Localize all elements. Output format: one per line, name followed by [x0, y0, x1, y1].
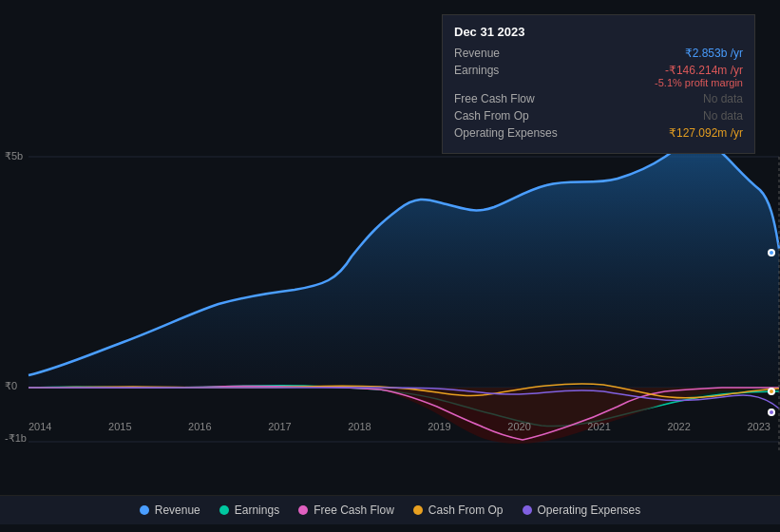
legend-item-revenue[interactable]: Revenue — [140, 504, 200, 517]
y-label-5b: ₹5b — [5, 150, 23, 162]
legend-item-earnings[interactable]: Earnings — [219, 504, 279, 517]
x-label-2015: 2015 — [108, 421, 131, 432]
x-label-2014: 2014 — [29, 421, 51, 432]
x-axis-labels: 2014 2015 2016 2017 2018 2019 2020 2021 … — [29, 421, 770, 432]
legend-label-cashfromop: Cash From Op — [428, 504, 504, 517]
tooltip-row-cashfromop: Cash From Op No data — [454, 109, 743, 123]
x-label-2023: 2023 — [747, 421, 770, 432]
x-label-2022: 2022 — [667, 421, 690, 432]
tooltip-box: Dec 31 2023 Revenue ₹2.853b /yr Earnings… — [442, 14, 755, 154]
tooltip-value-earnings: -₹146.214m /yr — [559, 64, 743, 77]
revenue-dot — [768, 249, 775, 256]
legend-dot-earnings — [219, 505, 229, 515]
legend-item-cashfromop[interactable]: Cash From Op — [413, 504, 504, 517]
x-label-2019: 2019 — [428, 421, 450, 432]
x-label-2020: 2020 — [507, 421, 530, 432]
legend-item-fcf[interactable]: Free Cash Flow — [298, 504, 394, 517]
legend-item-opex[interactable]: Operating Expenses — [523, 504, 641, 517]
y-label-neg1b: -₹1b — [5, 432, 27, 445]
legend-label-revenue: Revenue — [155, 504, 200, 517]
tooltip-value-fcf: No data — [559, 92, 743, 105]
tooltip-row-opex: Operating Expenses ₹127.092m /yr — [454, 126, 743, 140]
tooltip-row-fcf: Free Cash Flow No data — [454, 92, 743, 105]
tooltip-row-earnings: Earnings -₹146.214m /yr -5.1% profit mar… — [454, 64, 743, 88]
tooltip-label-cashfromop: Cash From Op — [454, 109, 559, 123]
x-label-2018: 2018 — [348, 421, 371, 432]
tooltip-label-revenue: Revenue — [454, 47, 559, 60]
y-label-0: ₹0 — [5, 380, 17, 392]
legend-label-earnings: Earnings — [235, 504, 279, 517]
cashfromop-dot — [768, 388, 775, 395]
legend-dot-revenue — [140, 505, 149, 515]
x-label-2016: 2016 — [188, 421, 211, 432]
tooltip-value-cashfromop: No data — [559, 109, 743, 123]
legend-dot-fcf — [298, 505, 308, 515]
legend-dot-opex — [523, 505, 532, 515]
tooltip-value-opex: ₹127.092m /yr — [559, 126, 743, 140]
tooltip-value-revenue: ₹2.853b /yr — [559, 47, 743, 60]
x-label-2017: 2017 — [268, 421, 291, 432]
chart-area: ₹5b ₹0 -₹1b 2014 2015 2016 2017 2018 201… — [0, 0, 780, 484]
legend-dot-cashfromop — [413, 505, 423, 515]
tooltip-row-revenue: Revenue ₹2.853b /yr — [454, 47, 743, 60]
tooltip-label-opex: Operating Expenses — [454, 126, 559, 140]
tooltip-label-fcf: Free Cash Flow — [454, 92, 559, 105]
tooltip-label-earnings: Earnings — [454, 64, 559, 77]
legend-label-opex: Operating Expenses — [538, 504, 641, 517]
x-label-2021: 2021 — [587, 421, 610, 432]
opex-dot — [768, 408, 775, 416]
tooltip-profit-margin: -5.1% profit margin — [559, 77, 743, 88]
legend-label-fcf: Free Cash Flow — [314, 504, 394, 517]
chart-legend: Revenue Earnings Free Cash Flow Cash Fro… — [0, 495, 780, 524]
tooltip-title: Dec 31 2023 — [454, 25, 743, 39]
